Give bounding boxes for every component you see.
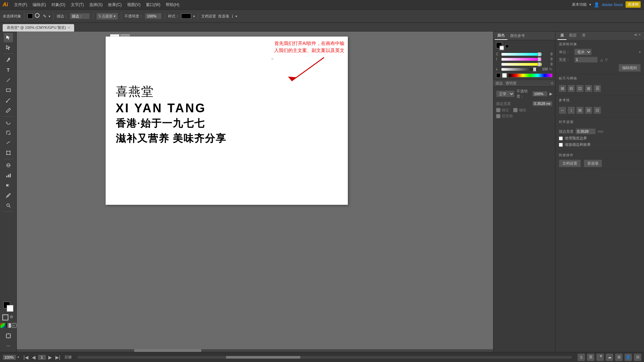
k-thumb[interactable] [533,67,536,71]
stepper-up[interactable]: △ [600,58,603,62]
guide-btn-5[interactable]: ⊡ [594,107,601,114]
page-input[interactable] [38,355,46,360]
opacity-more[interactable]: ▶ [549,92,552,96]
fg-bg-swatches[interactable] [3,302,13,312]
doc-settings-quick-btn[interactable]: 文档设置 [559,160,581,167]
line-tool[interactable] [4,75,13,85]
stroke-icon[interactable] [35,13,40,18]
ruler-btn-3[interactable]: ⊡ [576,85,584,92]
fill-swatch[interactable] [28,13,33,19]
scale-tool[interactable] [4,128,13,137]
color-mode-color[interactable] [0,323,5,328]
prev-page-btn[interactable]: ◀ [31,355,37,360]
none-toggle[interactable]: ⊘ [10,314,14,319]
zoom-tool[interactable] [4,201,13,210]
arrange-dropdown[interactable]: ▾ [235,14,237,18]
rotate-tool[interactable] [4,118,13,127]
menu-select[interactable]: 选择(S) [87,1,105,8]
panel-controls[interactable]: ≪ × [633,32,642,40]
width-input[interactable] [574,57,598,63]
guide-btn-3[interactable]: ⊞ [576,107,584,114]
dropdown-icon[interactable]: ▾ [589,3,591,6]
transparency-tab[interactable]: 透明度 [505,81,517,86]
free-transform-tool[interactable] [4,148,13,158]
zoom-input[interactable] [3,355,16,360]
last-page-btn[interactable]: ▶| [54,355,61,360]
tab-close-btn[interactable]: × [68,26,70,29]
menu-file[interactable]: 文件(F) [12,1,29,8]
knockout-checkbox[interactable] [496,114,500,118]
guide-btn-4[interactable]: ⊟ [585,107,592,114]
direct-selection-tool[interactable] [4,43,13,52]
bottom-icon-mic[interactable]: 🎤 [596,354,604,361]
guide-btn-2[interactable]: ↕ [568,107,575,114]
stroke-preview[interactable] [499,46,504,50]
stepper-down[interactable]: ▽ [605,58,608,62]
scale-effects-checkbox[interactable] [559,143,563,147]
menu-view[interactable]: 视图(V) [125,1,143,8]
bottom-icon-layout[interactable]: ⊟ [634,354,641,361]
k-track[interactable] [501,68,537,71]
more-tools[interactable]: ⋯ [4,341,13,351]
ruler-btn-5[interactable]: ☰ [594,85,601,92]
h-scroll-thumb[interactable] [226,356,300,359]
unit-select[interactable]: 毫米 [574,49,592,55]
color-spectrum[interactable] [508,73,552,77]
zoom-dropdown[interactable]: ▾ [17,355,19,359]
first-page-btn[interactable]: |◀ [22,355,30,360]
document-tab[interactable]: 喜燕堂* @ 100% (CMYK/GPU 预览) × [3,24,74,32]
style-swatch[interactable] [181,13,191,19]
isolate-checkbox[interactable] [496,108,500,112]
bottom-icon-person[interactable]: 👤 [625,354,632,361]
artboard-tool[interactable] [4,331,13,341]
ruler-btn-1[interactable]: ⊞ [559,85,566,92]
doc-settings-btn[interactable]: 文档设置 [201,14,216,19]
menu-help[interactable]: 帮助(H) [164,1,181,8]
menu-effect[interactable]: 效果(C) [106,1,124,8]
type-tool[interactable]: T [4,65,13,75]
m-track[interactable] [501,58,542,61]
color-mode-none[interactable]: × [12,323,16,328]
panel-options-icon[interactable]: ≡ [551,81,553,85]
color-ref-tab[interactable]: 颜色参考 [507,32,528,40]
stroke-input[interactable] [70,13,90,19]
bottom-icon-cloud[interactable]: ☁ [606,354,613,361]
panel-expand-icon[interactable]: ≪ [634,33,637,39]
h-scroll-track[interactable] [78,356,572,359]
stroke-width-input[interactable] [576,128,596,134]
paintbrush-tool[interactable] [4,96,13,105]
c-thumb[interactable] [538,52,541,56]
pencil-tool[interactable] [4,106,13,115]
preferences-btn[interactable]: 首选项 [218,14,229,19]
preview-bounds-checkbox[interactable] [559,136,563,140]
bottom-icon-en[interactable]: 英 [587,354,594,361]
blur-value[interactable] [532,101,552,106]
libraries-tab[interactable]: 库 [579,32,588,40]
unit-dropdown[interactable]: ▾ [639,50,641,54]
m-thumb[interactable] [538,57,541,61]
blend-mode-select[interactable]: 正常 [496,90,515,97]
menu-object[interactable]: 对象(O) [49,1,67,8]
panel-close-icon[interactable]: × [639,33,641,39]
opacity-input-trans[interactable] [532,91,547,97]
background-swatch[interactable] [7,305,13,312]
adobe-stock-link[interactable]: Adobe Stock [602,3,623,7]
properties-tab[interactable]: 属 [557,32,567,40]
menu-type[interactable]: 文字(T) [69,1,86,8]
c-track[interactable] [501,53,542,56]
chart-tool[interactable] [4,171,13,180]
group-checkbox[interactable] [513,108,518,112]
warp-tool[interactable] [4,138,13,147]
stroke-type-select[interactable]: 5 点圆形 ▾ [96,13,118,20]
h-scrollbar-thumb[interactable] [134,349,201,352]
edit-icon[interactable]: ✎ [43,14,47,19]
menu-edit[interactable]: 编辑(E) [31,1,48,8]
stroke-toggle[interactable] [2,314,8,320]
ruler-btn-2[interactable]: ⊟ [568,85,575,92]
opacity-input[interactable] [145,13,162,19]
menu-window[interactable]: 窗口(W) [144,1,162,8]
edit-dropdown[interactable]: ▾ [49,14,50,18]
next-page-btn[interactable]: ▶ [47,355,53,360]
stroke-tab[interactable]: 描边 [495,81,503,86]
arrange-btn[interactable]: ⫶ [231,13,233,19]
